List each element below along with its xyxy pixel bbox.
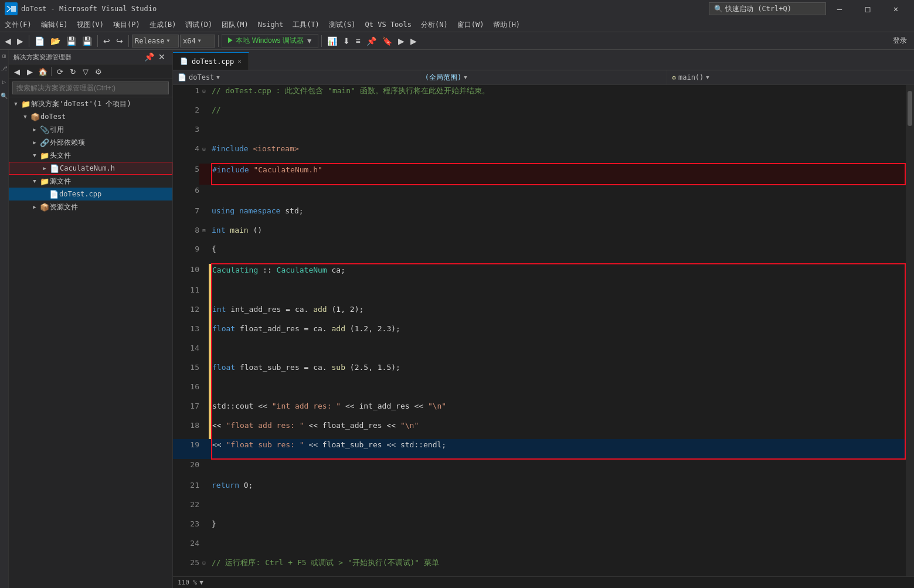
toolbar-save-all-btn[interactable]: 💾 [80,34,94,48]
title-search[interactable]: 🔍 快速启动 (Ctrl+Q) [709,2,826,15]
tree-solution[interactable]: ▼ 📁 解决方案'doTest'(1 个项目) [9,97,172,110]
ref-icon: 📎 [39,125,50,134]
tree-extern-deps[interactable]: ▶ 🔗 外部依赖项 [9,136,172,149]
config-dropdown[interactable]: Release ▼ [132,35,179,47]
file-breadcrumb-icon: 📄 [178,73,186,81]
tree-resource-folder[interactable]: ▶ 📦 资源文件 [9,200,172,213]
fold-btn[interactable]: ⊟ [199,143,209,164]
svg-marker-0 [6,6,11,12]
tab-close-btn[interactable]: ✕ [237,57,242,65]
activity-debug[interactable]: ▷ [0,76,9,87]
menu-qtvs[interactable]: Qt VS Tools [361,18,416,32]
menu-file[interactable]: 文件(F) [0,18,36,32]
menu-edit[interactable]: 编辑(E) [36,18,73,32]
run-button[interactable]: ▶ 本地 Windows 调试器 ▼ [222,34,318,48]
res-folder-label: 资源文件 [50,202,78,212]
toolbar-extra-btn-5[interactable]: 🔖 [380,34,395,48]
sidebar-filter-btn[interactable]: ▽ [80,66,91,77]
project-icon: 📦 [30,113,40,121]
tab-dotest-cpp[interactable]: 📄 doTest.cpp ✕ [173,52,249,70]
toolbar-fwd-btn[interactable]: ▶ [15,34,26,48]
menu-nsight[interactable]: Nsight [253,18,288,32]
platform-dropdown[interactable]: x64 ▼ [180,35,215,47]
sidebar-home-btn[interactable]: 🏠 [37,66,49,77]
scope-label: (全局范围) [425,73,461,83]
toolbar-save-btn[interactable]: 💾 [64,34,79,48]
toolbar-extra-btn-2[interactable]: ⬇ [341,34,352,48]
activity-search[interactable]: 🔍 [0,90,9,101]
func-label: main() [678,73,704,81]
svg-rect-1 [11,6,16,12]
toolbar-back-btn[interactable]: ◀ [2,34,13,48]
file-breadcrumb-dropdown[interactable]: 📄 doTest ▼ [173,70,420,84]
table-row: 8 ⊟ int main () [173,225,905,244]
fold-btn[interactable]: ⊟ [199,225,209,244]
tab-icon: 📄 [180,57,188,65]
tree-project[interactable]: ▼ 📦 doTest [9,110,172,123]
table-row: 4 ⊟ #include <iostream> [173,143,905,164]
sidebar-fwd-btn[interactable]: ▶ [24,66,36,77]
sidebar-pin-btn[interactable]: 📌 [143,51,155,63]
sidebar-back-btn[interactable]: ◀ [11,66,23,77]
sidebar-refresh-btn[interactable]: ↻ [67,66,79,77]
toolbar-redo-btn[interactable]: ↪ [114,34,125,48]
tree-source-folder[interactable]: ▼ 📁 源文件 [9,175,172,188]
toolbar-extra-btn-3[interactable]: ≡ [354,34,363,48]
src-file-icon: 📄 [49,190,59,199]
line-number: 18 [173,420,199,439]
run-dropdown-arrow[interactable]: ▼ [306,37,313,45]
fold-btn[interactable]: ⊟ [199,557,209,576]
line-number: 4 [173,143,199,164]
project-label: doTest [40,113,66,121]
toolbar-undo-btn[interactable]: ↩ [101,34,113,48]
zoom-dropdown-arrow[interactable]: ▼ [199,579,203,586]
login-text[interactable]: 登录 [893,36,907,46]
toolbar-extra-btn-6[interactable]: ▶ [396,34,407,48]
sidebar-sync-btn[interactable]: ⟳ [54,66,66,77]
tree-header-file[interactable]: ▶ 📄 CaculateNum.h [9,162,172,175]
line-number: 14 [173,342,199,362]
minimize-button[interactable]: — [826,0,853,18]
hdr-folder-arrow-icon: ▼ [30,152,39,158]
toolbar-extra-btn-4[interactable]: 📌 [364,34,379,48]
code-editor[interactable]: 1 ⊟ // doTest.cpp : 此文件包含 "main" 函数。程序执行… [173,85,906,576]
src-folder-arrow-icon: ▼ [30,178,39,184]
menu-team[interactable]: 团队(M) [217,18,253,32]
menu-analyze[interactable]: 分析(N) [416,18,453,32]
line-number: 13 [173,323,199,342]
toolbar-open-btn[interactable]: 📂 [48,34,63,48]
activity-git[interactable]: ⎇ [0,63,9,74]
menu-build[interactable]: 生成(B) [145,18,181,32]
tree-references[interactable]: ▶ 📎 引用 [9,123,172,136]
menu-debug[interactable]: 调试(D) [181,18,217,32]
line-number: 25 [173,557,199,576]
toolbar-extra-btn-7[interactable]: ▶ [408,34,419,48]
tree-header-folder[interactable]: ▼ 📁 头文件 [9,149,172,162]
menu-test[interactable]: 测试(S) [324,18,361,32]
table-row: 15 float float_sub_res = ca. sub (2.5, 1… [173,362,905,381]
tree-source-file[interactable]: 📄 doTest.cpp [9,188,172,200]
fold-btn[interactable]: ⊟ [199,85,209,104]
sidebar-settings-btn[interactable]: ⚙ [93,66,104,77]
table-row: 12 int int_add_res = ca. add (1, 2); [173,304,905,323]
sidebar-header: 解决方案资源管理器 📌 ✕ [9,50,172,64]
scope-dropdown[interactable]: (全局范围) ▼ [420,70,668,84]
menu-tools[interactable]: 工具(T) [288,18,324,32]
close-button[interactable]: ✕ [882,0,909,18]
scroll-thumb[interactable] [908,91,912,126]
toolbar-new-btn[interactable]: 📄 [32,34,47,48]
table-row: 13 float float_add_res = ca. add (1.2, 2… [173,323,905,342]
sidebar-close-btn[interactable]: ✕ [156,51,168,63]
menu-help[interactable]: 帮助(H) [488,18,525,32]
activity-solution-explorer[interactable]: ⊞ [0,52,9,60]
line-number: 7 [173,205,199,225]
toolbar-extra-btn-1[interactable]: 📊 [325,34,339,48]
sidebar-search-input[interactable] [12,81,169,94]
func-dropdown[interactable]: ⚙ main() ▼ [667,70,914,84]
maximize-button[interactable]: □ [854,0,881,18]
ref-label: 引用 [50,125,64,135]
menu-window[interactable]: 窗口(W) [453,18,489,32]
editor-scrollbar[interactable] [906,85,914,576]
menu-project[interactable]: 项目(P) [108,18,145,32]
menu-view[interactable]: 视图(V) [72,18,108,32]
